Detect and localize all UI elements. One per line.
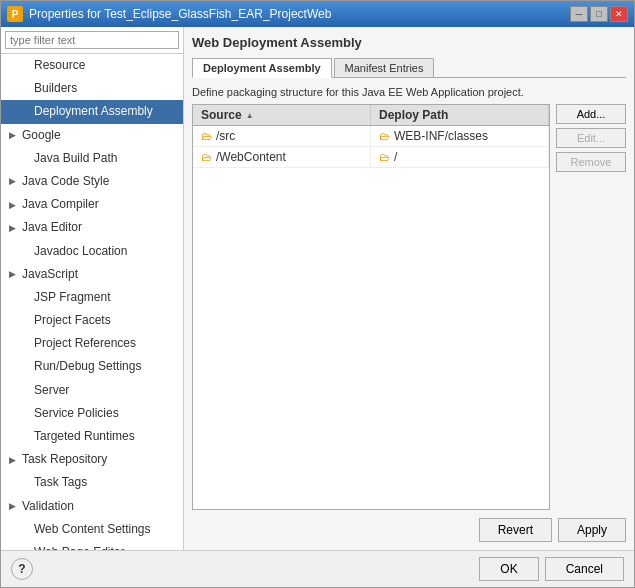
revert-button[interactable]: Revert: [479, 518, 552, 542]
folder-icon: 🗁: [379, 151, 390, 163]
main-panel: Web Deployment Assembly Deployment Assem…: [184, 27, 634, 550]
minimize-button[interactable]: ─: [570, 6, 588, 22]
sidebar-item-java-compiler[interactable]: ▶ Java Compiler: [1, 193, 183, 216]
cancel-button[interactable]: Cancel: [545, 557, 624, 581]
title-bar: P Properties for Test_Eclipse_GlassFish_…: [1, 1, 634, 27]
sidebar-item-java-editor[interactable]: ▶ Java Editor: [1, 216, 183, 239]
sidebar: Resource Builders Deployment Assembly ▶ …: [1, 27, 184, 550]
title-buttons: ─ □ ✕: [570, 6, 628, 22]
sidebar-item-validation[interactable]: ▶ Validation: [1, 495, 183, 518]
source-col-header: Source ▲: [193, 105, 371, 125]
sidebar-item-task-tags[interactable]: Task Tags: [1, 471, 183, 494]
edit-button[interactable]: Edit...: [556, 128, 626, 148]
folder-icon: 🗁: [201, 151, 212, 163]
assembly-table: Source ▲ Deploy Path 🗁 /src: [192, 104, 550, 510]
close-button[interactable]: ✕: [610, 6, 628, 22]
deploy-path-col-header: Deploy Path: [371, 105, 549, 125]
window-title: Properties for Test_Eclipse_GlassFish_EA…: [29, 7, 331, 21]
sidebar-item-web-content-settings[interactable]: Web Content Settings: [1, 518, 183, 541]
remove-button[interactable]: Remove: [556, 152, 626, 172]
sidebar-item-project-references[interactable]: Project References: [1, 332, 183, 355]
dialog-actions: OK Cancel: [479, 557, 624, 581]
side-buttons: Add... Edit... Remove: [556, 104, 626, 510]
sidebar-item-project-facets[interactable]: Project Facets: [1, 309, 183, 332]
sidebar-item-javascript[interactable]: ▶ JavaScript: [1, 263, 183, 286]
sidebar-item-run-debug[interactable]: Run/Debug Settings: [1, 355, 183, 378]
sidebar-item-java-code-style[interactable]: ▶ Java Code Style: [1, 170, 183, 193]
filter-input[interactable]: [5, 31, 179, 49]
tree: Resource Builders Deployment Assembly ▶ …: [1, 54, 183, 550]
sidebar-item-javadoc-location[interactable]: Javadoc Location: [1, 240, 183, 263]
source-cell: 🗁 /src: [193, 126, 371, 146]
add-button[interactable]: Add...: [556, 104, 626, 124]
window-icon: P: [7, 6, 23, 22]
sidebar-item-deployment-assembly[interactable]: Deployment Assembly: [1, 100, 183, 123]
sidebar-item-resource[interactable]: Resource: [1, 54, 183, 77]
help-button[interactable]: ?: [11, 558, 33, 580]
apply-button[interactable]: Apply: [558, 518, 626, 542]
sort-arrow-icon: ▲: [246, 111, 254, 120]
table-and-buttons: Source ▲ Deploy Path 🗁 /src: [192, 104, 626, 510]
deploy-path-cell: 🗁 WEB-INF/classes: [371, 126, 549, 146]
dialog-bottom: ? OK Cancel: [1, 550, 634, 587]
filter-box: [1, 27, 183, 54]
panel-description: Define packaging structure for this Java…: [192, 86, 626, 98]
title-bar-left: P Properties for Test_Eclipse_GlassFish_…: [7, 6, 331, 22]
maximize-button[interactable]: □: [590, 6, 608, 22]
sidebar-item-google[interactable]: ▶ Google: [1, 124, 183, 147]
sidebar-item-server[interactable]: Server: [1, 379, 183, 402]
sidebar-item-service-policies[interactable]: Service Policies: [1, 402, 183, 425]
sidebar-item-java-build-path[interactable]: Java Build Path: [1, 147, 183, 170]
panel-title: Web Deployment Assembly: [192, 35, 626, 50]
sidebar-item-web-page-editor[interactable]: Web Page Editor: [1, 541, 183, 550]
table-row[interactable]: 🗁 /src 🗁 WEB-INF/classes: [193, 126, 549, 147]
sidebar-item-targeted-runtimes[interactable]: Targeted Runtimes: [1, 425, 183, 448]
tab-bar: Deployment Assembly Manifest Entries: [192, 58, 626, 78]
properties-window: P Properties for Test_Eclipse_GlassFish_…: [0, 0, 635, 588]
table-row[interactable]: 🗁 /WebContent 🗁 /: [193, 147, 549, 168]
folder-icon: 🗁: [201, 130, 212, 142]
tab-deployment-assembly[interactable]: Deployment Assembly: [192, 58, 332, 78]
folder-icon: 🗁: [379, 130, 390, 142]
table-header: Source ▲ Deploy Path: [193, 105, 549, 126]
deploy-path-cell: 🗁 /: [371, 147, 549, 167]
panel-bottom-buttons: Revert Apply: [192, 510, 626, 542]
sidebar-item-jsp-fragment[interactable]: JSP Fragment: [1, 286, 183, 309]
sidebar-item-builders[interactable]: Builders: [1, 77, 183, 100]
main-content: Resource Builders Deployment Assembly ▶ …: [1, 27, 634, 550]
ok-button[interactable]: OK: [479, 557, 538, 581]
source-cell: 🗁 /WebContent: [193, 147, 371, 167]
table-body: 🗁 /src 🗁 WEB-INF/classes 🗁 /Web: [193, 126, 549, 509]
tab-manifest-entries[interactable]: Manifest Entries: [334, 58, 435, 77]
sidebar-item-task-repository[interactable]: ▶ Task Repository: [1, 448, 183, 471]
